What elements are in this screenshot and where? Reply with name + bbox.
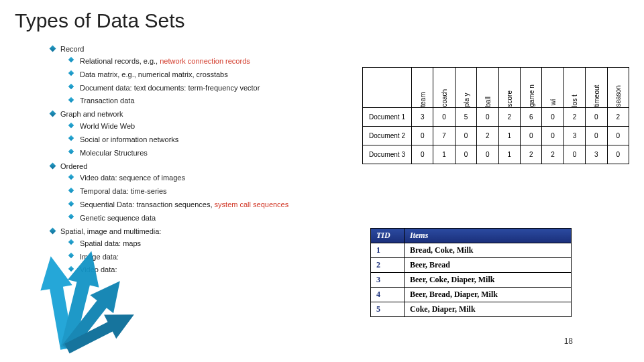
table-cell: 3: [412, 108, 433, 127]
table-cell: 0: [607, 145, 629, 164]
diamond-bullet-icon: [68, 214, 74, 219]
table-cell: 2: [477, 127, 498, 145]
diamond-bullet-icon: [50, 227, 56, 234]
bullet-lvl2-label: Video data: sequence of images: [80, 173, 339, 183]
table-cell: 0: [564, 145, 585, 164]
table-row-label: Document 1: [363, 108, 412, 127]
table-cell: 1: [433, 145, 455, 164]
table-cell: 3: [586, 145, 607, 164]
bullet-lvl2-label: Image data:: [80, 252, 339, 262]
tid-cell: 3: [371, 273, 405, 288]
items-cell: Beer, Bread, Diaper, Milk: [405, 288, 572, 302]
table-header: ball: [477, 68, 498, 108]
items-cell: Beer, Bread: [405, 258, 572, 273]
table-cell: 7: [433, 127, 455, 145]
bullet-lvl2-label: Molecular Structures: [80, 148, 339, 158]
table-row: 5Coke, Diaper, Milk: [371, 302, 572, 317]
table-cell: 0: [586, 108, 607, 127]
table-row: Document 20702100300: [363, 127, 629, 145]
table-cell: 5: [455, 108, 476, 127]
bullet-lvl2-label: Spatial data: maps: [80, 239, 339, 249]
bullet-lvl2-label: Sequential Data: transaction sequences, …: [80, 200, 339, 210]
diamond-bullet-icon: [68, 200, 74, 206]
bullet-lvl1-label: Ordered: [60, 162, 339, 172]
transaction-header-items: Items: [405, 229, 572, 243]
table-cell: 2: [607, 108, 629, 127]
table-cell: 0: [520, 127, 541, 145]
table-cell: 3: [564, 127, 585, 145]
table-row: Document 30100122030: [363, 145, 629, 164]
table-header: season: [607, 68, 629, 108]
bullet-lvl2-label: Document data: text documents: term-freq…: [80, 83, 339, 93]
table-row: 3Beer, Coke, Diaper, Milk: [371, 273, 572, 288]
diamond-bullet-icon: [68, 135, 74, 141]
table-header: coach: [433, 68, 455, 108]
diamond-bullet-icon: [50, 46, 56, 52]
table-cell: 0: [455, 127, 476, 145]
tid-cell: 5: [371, 302, 405, 317]
diamond-bullet-icon: [68, 84, 74, 89]
tid-cell: 4: [371, 288, 405, 302]
bullet-lvl2-label: Video data:: [80, 265, 339, 275]
diamond-bullet-icon: [68, 174, 74, 180]
table-cell: 2: [542, 145, 564, 164]
items-cell: Beer, Coke, Diaper, Milk: [405, 273, 572, 288]
table-cell: 0: [455, 145, 476, 164]
table-header: los t: [564, 68, 585, 108]
slide: Types of Data Sets RecordRelational reco…: [0, 0, 644, 362]
diamond-bullet-icon: [50, 111, 56, 117]
items-cell: Coke, Diaper, Milk: [405, 302, 572, 317]
table-row: Document 13050260202: [363, 108, 629, 127]
diamond-bullet-icon: [68, 253, 74, 258]
table-header: game n: [520, 68, 541, 108]
table-cell: 0: [412, 127, 433, 145]
table-cell: 6: [520, 108, 541, 127]
diamond-bullet-icon: [50, 162, 56, 169]
table-cell: 2: [520, 145, 541, 164]
tid-cell: 2: [371, 258, 405, 273]
transaction-header-tid: TID: [371, 229, 405, 243]
transaction-table: TID Items 1Bread, Coke, Milk2Beer, Bread…: [370, 228, 572, 317]
table-cell: 0: [477, 145, 498, 164]
table-header: wi: [542, 68, 564, 108]
bullet-lvl2-label: Temporal data: time-series: [80, 186, 339, 196]
table-cell: 0: [586, 127, 607, 145]
slide-number: 18: [564, 337, 573, 346]
diamond-bullet-icon: [68, 239, 74, 245]
diamond-bullet-icon: [68, 266, 74, 272]
svg-marker-2: [56, 272, 131, 358]
bullet-lvl2-label: Genetic sequence data: [80, 213, 339, 223]
diamond-bullet-icon: [68, 149, 74, 154]
slide-title: Types of Data Sets: [15, 9, 184, 32]
svg-marker-3: [61, 302, 140, 360]
bullet-lvl2-label: World Wide Web: [80, 121, 339, 131]
table-cell: 0: [477, 108, 498, 127]
table-row-label: Document 2: [363, 127, 412, 145]
table-row: 4Beer, Bread, Diaper, Milk: [371, 288, 572, 302]
bullet-content: RecordRelational records, e.g., network …: [50, 44, 339, 278]
table-cell: 0: [542, 108, 564, 127]
bullet-lvl2-label: Data matrix, e.g., numerical matrix, cro…: [80, 70, 339, 80]
table-cell: 0: [607, 127, 629, 145]
table-row: 2Beer, Bread: [371, 258, 572, 273]
table-header: team: [412, 68, 433, 108]
table-header-corner: [363, 68, 412, 108]
table-header: pla y: [455, 68, 476, 108]
table-header: score: [498, 68, 520, 108]
tid-cell: 1: [371, 243, 405, 258]
bullet-lvl2-label: Relational records, e.g., network connec…: [80, 56, 339, 66]
bullet-lvl1-label: Graph and network: [60, 109, 339, 119]
document-term-matrix-table: teamcoachpla yballscoregame nwilos ttime…: [362, 67, 629, 164]
table-cell: 0: [433, 108, 455, 127]
bullet-lvl2-label: Transaction data: [80, 96, 339, 106]
table-header: timeout: [586, 68, 607, 108]
diamond-bullet-icon: [68, 70, 74, 76]
bullet-lvl1-label: Record: [60, 44, 339, 54]
table-row-label: Document 3: [363, 145, 412, 164]
diamond-bullet-icon: [68, 97, 74, 103]
bullet-lvl2-label: Social or information networks: [80, 135, 339, 145]
table-cell: 2: [564, 108, 585, 127]
table-cell: 1: [498, 127, 520, 145]
diamond-bullet-icon: [68, 188, 74, 193]
table-cell: 1: [498, 145, 520, 164]
